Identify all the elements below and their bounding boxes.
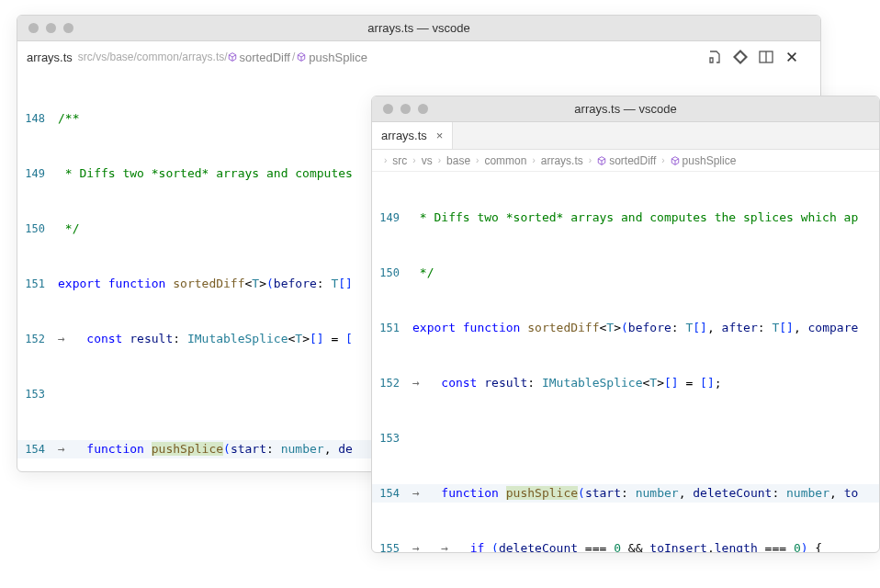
traffic-close[interactable] (383, 104, 393, 114)
breadcrumb-symbol-sortedDiff[interactable]: sortedDiff (228, 51, 290, 64)
window-title: arrays.ts — vscode (372, 102, 879, 116)
editor-actions (706, 49, 811, 65)
breadcrumb-item[interactable]: arrays.ts (541, 154, 583, 167)
breadcrumb-item[interactable]: src (392, 154, 407, 167)
file-name: arrays.ts (27, 51, 73, 64)
symbol-method-icon (297, 52, 306, 62)
tab-label: arrays.ts (381, 129, 427, 142)
traffic-lights (372, 104, 428, 114)
breadcrumbs[interactable]: › src › vs › base › common › arrays.ts ›… (372, 150, 879, 172)
close-icon[interactable] (784, 49, 800, 65)
editor-tabbar: arrays.ts × (372, 122, 879, 150)
traffic-minimize[interactable] (401, 104, 411, 114)
symbol-method-icon (597, 156, 606, 165)
traffic-lights (17, 23, 73, 33)
compare-changes-icon[interactable] (706, 49, 723, 65)
breadcrumb-item[interactable]: base (446, 154, 470, 167)
tab-close-icon[interactable]: × (436, 129, 444, 142)
line-number: 148 (17, 109, 58, 128)
editor-tab[interactable]: arrays.ts × (372, 122, 453, 149)
traffic-zoom[interactable] (418, 104, 428, 114)
breadcrumb-symbol-pushSplice[interactable]: pushSplice (297, 51, 367, 64)
split-editor-icon[interactable] (758, 49, 774, 65)
titlebar: arrays.ts — vscode (17, 16, 820, 41)
breadcrumb-item[interactable]: common (484, 154, 526, 167)
symbol-method-icon (228, 52, 237, 62)
window-title: arrays.ts — vscode (17, 21, 820, 35)
traffic-close[interactable] (28, 23, 39, 33)
code-editor[interactable]: 149 * Diffs two *sorted* arrays and comp… (372, 172, 879, 553)
breadcrumb-symbol-sortedDiff[interactable]: sortedDiff (597, 154, 656, 167)
symbol-method-icon (671, 156, 680, 165)
breadcrumb-path[interactable]: src/vs/base/common/arrays.ts/ (78, 51, 228, 63)
titlebar: arrays.ts — vscode (372, 96, 879, 122)
traffic-zoom[interactable] (63, 23, 73, 33)
traffic-minimize[interactable] (46, 23, 56, 33)
chevron-right-icon: › (381, 155, 389, 165)
source-control-icon[interactable] (732, 49, 749, 65)
breadcrumb-item[interactable]: vs (422, 154, 433, 167)
breadcrumb-symbol-pushSplice[interactable]: pushSplice (671, 154, 737, 167)
